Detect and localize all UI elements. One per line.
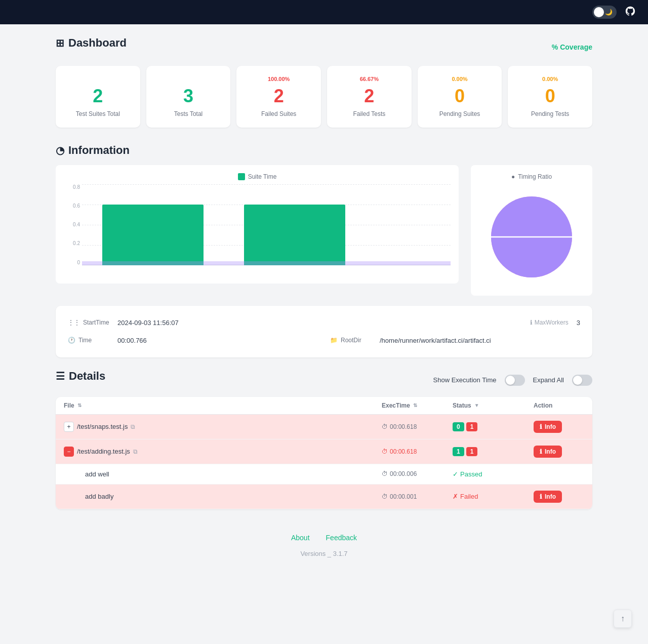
table-row: add well ⏱ 00:00.006 ✓ Passed [56, 464, 592, 485]
details-section: ☰ Details Show Execution Time Expand All… [56, 370, 592, 509]
start-time-value: 2024-09-03 11:56:07 [117, 319, 179, 327]
stat-card-pending-suites: 0.00% 0 Pending Suites [418, 66, 502, 128]
github-icon[interactable] [625, 6, 636, 19]
start-time-row: ⋮⋮ StartTime 2024-09-03 11:56:07 [68, 316, 318, 330]
file-sort-icon[interactable]: ⇅ [77, 402, 82, 408]
show-exec-time-toggle[interactable] [505, 375, 525, 386]
stat-value-3: 2 [335, 86, 403, 106]
details-header: ☰ Details Show Execution Time Expand All [56, 370, 592, 391]
about-link[interactable]: About [291, 534, 310, 542]
details-icon: ☰ [56, 370, 65, 382]
badge-fail-snaps: 1 [466, 422, 478, 431]
test-name-add-well: add well [85, 470, 109, 478]
stat-percent-2: 100.00% [245, 76, 313, 84]
theme-toggle-knob [594, 7, 604, 17]
bar-chart-container: Suite Time 0.8 0.6 0.4 0.2 0 [56, 165, 459, 284]
dashboard-header: ⊞ Dashboard % Coverage [56, 36, 592, 58]
scroll-top-button[interactable]: ↑ [614, 610, 632, 628]
bar-group-2 [244, 184, 345, 265]
expand-btn-snaps[interactable]: + [64, 422, 74, 432]
time-label: 🕐 Time [68, 337, 113, 344]
pie-chart-container: ● Timing Ratio [471, 165, 592, 296]
info-button-add-badly[interactable]: ℹ Info [534, 491, 562, 503]
dashboard-title: ⊞ Dashboard [56, 36, 127, 50]
main-content: ⊞ Dashboard % Coverage 2 Test Suites Tot… [46, 24, 602, 578]
information-section: ◔ Information Suite Time 0.8 0.6 0.4 0.2 [56, 144, 592, 357]
stat-percent-3: 66.67% [335, 76, 403, 84]
stat-value-0: 2 [64, 86, 132, 106]
bar-snaps [102, 205, 204, 265]
exec-time-snaps: ⏱ 00:00.618 [382, 423, 453, 430]
col-action-header: Action [534, 402, 584, 409]
expand-all-toggle[interactable] [572, 375, 592, 386]
theme-toggle[interactable]: 🌙 [592, 6, 617, 19]
expand-btn-adding[interactable]: − [64, 447, 74, 457]
stat-value-1: 3 [154, 86, 223, 106]
baseline-bar [82, 261, 451, 265]
time-row: 🕐 Time 00:00.766 [68, 334, 318, 347]
information-title: ◔ Information [56, 144, 592, 157]
action-cell-adding: ℹ Info [534, 446, 584, 458]
test-name-add-badly: add badly [85, 493, 113, 500]
dashboard-icon: ⊞ [56, 37, 64, 49]
exec-time-adding: ⏱ 00:00.618 [382, 448, 453, 455]
bar-chart-area: 0.8 0.6 0.4 0.2 0 [64, 184, 451, 275]
stat-label-1: Tests Total [154, 110, 223, 117]
exec-time-add-well: ⏱ 00:00.006 [382, 470, 453, 477]
details-controls: Show Execution Time Expand All [433, 375, 592, 386]
root-dir-value: /home/runner/work/artifact.ci/artifact.c… [380, 337, 491, 344]
stat-card-failed-tests: 66.67% 2 Failed Tests [327, 66, 412, 128]
copy-icon-snaps[interactable]: ⧉ [131, 423, 135, 430]
badge-pass-snaps: 0 [453, 422, 464, 431]
bars-area [82, 184, 451, 265]
copy-icon-adding[interactable]: ⧉ [133, 448, 138, 455]
badge-fail-adding: 1 [466, 447, 478, 456]
col-exec-header: ExecTime ⇅ [382, 402, 453, 409]
stat-value-4: 0 [426, 86, 494, 106]
file-cell-snaps: + /test/snaps.test.js ⧉ [64, 422, 382, 432]
max-workers-row: ℹ MaxWorkers 3 [330, 316, 580, 330]
footer-version: Versions _ 3.1.7 [56, 550, 592, 557]
action-cell-snaps: ℹ Info [534, 421, 584, 433]
bar-legend-box [238, 173, 245, 180]
table-row: + /test/snaps.test.js ⧉ ⏱ 00:00.618 0 1 … [56, 415, 592, 439]
table-row: − /test/adding.test.js ⧉ ⏱ 00:00.618 1 1… [56, 439, 592, 464]
pie-chart-svg [481, 186, 582, 288]
table-row: add badly ⏱ 00:00.001 ✗ Failed ℹ Info [56, 485, 592, 509]
file-name-snaps: /test/snaps.test.js [77, 423, 128, 430]
badge-pass-adding: 1 [453, 447, 464, 456]
root-dir-row: 📁 RootDir /home/runner/work/artifact.ci/… [330, 334, 580, 347]
coverage-link-text: % Coverage [552, 43, 592, 51]
feedback-link[interactable]: Feedback [326, 534, 357, 542]
info-button-adding[interactable]: ℹ Info [534, 446, 562, 458]
stat-label-2: Failed Suites [245, 110, 313, 117]
status-filter-icon[interactable]: ▼ [474, 402, 479, 408]
stat-label-0: Test Suites Total [64, 110, 132, 117]
stats-grid: 2 Test Suites Total 3 Tests Total 100.00… [56, 66, 592, 128]
status-badges-snaps: 0 1 [453, 422, 534, 431]
file-cell-adding: − /test/adding.test.js ⧉ [64, 447, 382, 457]
info-meta-card: ⋮⋮ StartTime 2024-09-03 11:56:07 ℹ MaxWo… [56, 306, 592, 357]
y-axis: 0.8 0.6 0.4 0.2 0 [64, 184, 82, 265]
status-passed-add-well: ✓ Passed [453, 470, 534, 478]
expand-all-label: Expand All [533, 376, 564, 384]
topbar: 🌙 [0, 0, 648, 24]
bar-adding [244, 205, 345, 265]
stat-card-test-suites-total: 2 Test Suites Total [56, 66, 140, 128]
stat-percent-0 [64, 76, 132, 84]
show-exec-time-knob [506, 376, 515, 385]
time-value: 00:00.766 [117, 337, 147, 344]
stat-card-failed-suites: 100.00% 2 Failed Suites [236, 66, 321, 128]
exec-sort-icon[interactable]: ⇅ [413, 402, 417, 408]
status-badges-adding: 1 1 [453, 447, 534, 456]
information-icon: ◔ [56, 144, 64, 156]
stat-percent-1 [154, 76, 223, 84]
bar-group-1 [102, 184, 204, 265]
details-table: File ⇅ ExecTime ⇅ Status ▼ Action + [56, 397, 592, 509]
info-button-snaps[interactable]: ℹ Info [534, 421, 562, 433]
bar-chart-legend: Suite Time [64, 173, 451, 180]
col-status-header: Status ▼ [453, 402, 534, 409]
show-exec-time-label: Show Execution Time [433, 376, 497, 384]
coverage-link[interactable]: % Coverage [552, 43, 592, 51]
action-cell-add-badly: ℹ Info [534, 491, 584, 503]
